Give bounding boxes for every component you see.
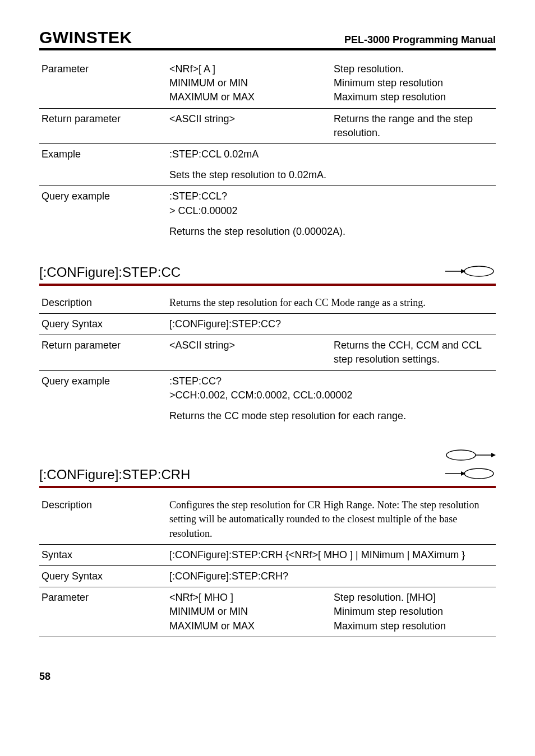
set-icon xyxy=(445,449,496,464)
example-value: :STEP:CCL 0.02mA xyxy=(167,144,496,165)
label-query-syntax: Query Syntax xyxy=(39,314,167,335)
cc-return-desc: Returns the CCH, CCM and CCL step resolu… xyxy=(331,335,496,370)
section-head-crh: [:CONFigure]:STEP:CRH xyxy=(39,449,496,486)
param-desc: Step resolution. Minimum step resolution… xyxy=(331,59,496,108)
label-description: Description xyxy=(39,495,167,544)
query-icon xyxy=(445,467,496,483)
cc-query-example-desc: Returns the CC mode step resolution for … xyxy=(167,406,496,426)
return-param-desc: Returns the range and the step resolutio… xyxy=(331,109,496,143)
label-description: Description xyxy=(39,293,167,313)
param-values: <NRf>[ A ] MINIMUM or MIN MAXIMUM or MAX xyxy=(167,59,331,108)
label-example: Example xyxy=(39,144,167,165)
svg-point-2 xyxy=(464,266,494,276)
svg-marker-5 xyxy=(491,453,496,457)
label-return-parameter: Return parameter xyxy=(39,109,167,143)
crh-query-syntax: [:CONFigure]:STEP:CRH? xyxy=(167,566,496,587)
query-example-value: :STEP:CCL? > CCL:0.00002 xyxy=(167,186,496,221)
query-icon xyxy=(445,265,496,280)
cc-query-syntax: [:CONFigure]:STEP:CC? xyxy=(167,314,496,335)
page-header: GWINSTEK PEL-3000 Programming Manual xyxy=(39,28,496,50)
brand-logo: GWINSTEK xyxy=(39,28,132,47)
crh-param-desc: Step resolution. [MHO] Minimum step reso… xyxy=(331,587,496,637)
label-syntax: Syntax xyxy=(39,545,167,565)
label-query-example: Query example xyxy=(39,186,167,221)
manual-title: PEL-3000 Programming Manual xyxy=(344,34,496,46)
label-parameter: Parameter xyxy=(39,59,167,108)
crh-param-values: <NRf>[ MHO ] MINIMUM or MIN MAXIMUM or M… xyxy=(167,587,331,637)
parameter-table-top: Parameter <NRf>[ A ] MINIMUM or MIN MAXI… xyxy=(39,59,496,242)
label-parameter: Parameter xyxy=(39,587,167,637)
cc-description: Returns the step resolution for each CC … xyxy=(167,293,496,313)
label-query-example: Query example xyxy=(39,371,167,406)
parameter-table-cc: Description Returns the step resolution … xyxy=(39,293,496,426)
page-number: 58 xyxy=(39,671,496,683)
cc-query-example-value: :STEP:CC? >CCH:0.002, CCM:0.0002, CCL:0.… xyxy=(167,371,496,406)
example-desc: Sets the step resolution to 0.02mA. xyxy=(167,165,496,185)
return-param-value: <ASCII string> xyxy=(167,109,331,143)
svg-point-3 xyxy=(446,450,476,460)
cc-return-value: <ASCII string> xyxy=(167,335,331,370)
parameter-table-crh: Description Configures the step resoluti… xyxy=(39,495,496,637)
crh-description: Configures the step resolution for CR Hi… xyxy=(167,495,496,544)
label-return-parameter: Return parameter xyxy=(39,335,167,370)
svg-point-8 xyxy=(464,469,494,479)
section-head-cc: [:CONFigure]:STEP:CC xyxy=(39,265,496,284)
crh-syntax: [:CONFigure]:STEP:CRH {<NRf>[ MHO ] | MI… xyxy=(167,545,496,565)
query-example-desc: Returns the step resolution (0.00002A). xyxy=(167,221,496,242)
label-query-syntax: Query Syntax xyxy=(39,566,167,587)
section-title-crh: [:CONFigure]:STEP:CRH xyxy=(39,467,190,483)
section-title-cc: [:CONFigure]:STEP:CC xyxy=(39,265,181,280)
